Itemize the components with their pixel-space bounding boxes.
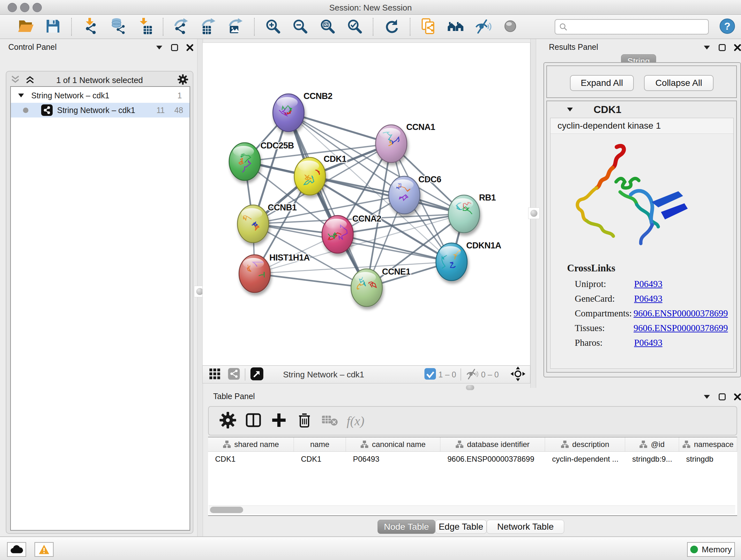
column-header-canonical-name[interactable]: canonical name	[346, 437, 441, 451]
node-CDK1[interactable]	[294, 158, 326, 195]
table-settings-gear-icon	[219, 412, 237, 430]
crosslink-link[interactable]: 9606.ENSP00000378699	[633, 323, 728, 333]
tree-collapse-caret-icon[interactable]	[18, 93, 24, 98]
zoom-fit-button[interactable]	[318, 17, 337, 37]
import-database-button[interactable]	[108, 17, 127, 37]
node-CCNA1[interactable]	[376, 125, 407, 163]
panel-menu-caret-icon[interactable]	[703, 44, 711, 52]
search-box	[555, 19, 709, 35]
column-tree-icon	[639, 440, 648, 449]
warnings-button[interactable]	[35, 542, 54, 557]
zoom-selected-button[interactable]	[345, 17, 364, 37]
node-CCNE1[interactable]	[351, 269, 382, 307]
hide-selected-button[interactable]	[474, 17, 493, 37]
network-tree-root-row[interactable]: String Network – cdk1 1	[11, 88, 190, 103]
column-header-name[interactable]: name	[294, 437, 346, 451]
import-network-button[interactable]	[80, 17, 99, 37]
open-file-button[interactable]	[16, 17, 36, 37]
expand-all-button[interactable]: Expand All	[570, 75, 634, 91]
column-header-namespace[interactable]: namespace	[679, 437, 737, 451]
crosslink-link[interactable]: 9606.ENSP00000378699	[633, 308, 728, 319]
column-header--id[interactable]: @id	[625, 437, 679, 451]
node-RB1[interactable]	[448, 195, 480, 233]
selected-count-checkbox-icon[interactable]	[424, 368, 436, 381]
tab-network-table[interactable]: Network Table	[487, 520, 564, 534]
search-input[interactable]	[570, 22, 709, 32]
column-header-database-identifier[interactable]: database identifier	[441, 437, 545, 451]
node-CDC25B[interactable]	[229, 143, 260, 180]
panel-float-icon[interactable]	[718, 44, 726, 52]
scrollbar-thumb[interactable]	[210, 507, 243, 513]
node-CCNB2[interactable]	[273, 94, 304, 132]
grid-view-icon[interactable]	[208, 367, 222, 382]
crosslink-link[interactable]: P06493	[634, 337, 663, 348]
column-header-shared-name[interactable]: shared name	[208, 437, 294, 451]
table-panel-controls	[703, 393, 741, 401]
panel-menu-caret-icon[interactable]	[703, 393, 711, 401]
refresh-view-button[interactable]	[382, 17, 401, 37]
export-table-button[interactable]	[199, 17, 218, 37]
panel-close-icon[interactable]	[186, 44, 194, 52]
memory-button[interactable]: Memory	[687, 542, 735, 557]
panel-close-icon[interactable]	[733, 44, 741, 52]
memory-label: Memory	[702, 545, 732, 555]
panel-menu-caret-icon[interactable]	[155, 44, 163, 52]
column-header-label: database identifier	[467, 440, 529, 449]
column-header-label: description	[572, 440, 609, 449]
table-row[interactable]: CDK1CDK1P064939606.ENSP00000378699cyclin…	[208, 452, 737, 466]
node-CCNB1[interactable]	[238, 205, 269, 243]
delete-table-button[interactable]	[320, 411, 340, 431]
first-neighbors-button[interactable]	[446, 17, 465, 37]
export-network-button[interactable]	[172, 17, 191, 37]
export-table-icon	[200, 17, 217, 36]
column-header-label: name	[310, 440, 329, 449]
crosslink-link[interactable]: P06493	[634, 279, 663, 289]
network-canvas[interactable]: CCNB2CCNA1CDC25BCDK1CDC6RB1CCNB1CCNA2CDK…	[202, 43, 530, 366]
new-network-from-selection-button[interactable]	[419, 17, 438, 37]
network-tree-child-row[interactable]: String Network – cdk1 11 48	[11, 103, 190, 118]
export-view-icon[interactable]	[250, 367, 264, 382]
node-CDKN1A[interactable]	[436, 243, 467, 281]
cloud-button[interactable]	[7, 542, 26, 557]
function-builder-button[interactable]: f(x)	[346, 411, 365, 431]
panel-float-icon[interactable]	[171, 44, 179, 52]
delete-table-icon	[321, 412, 339, 430]
tab-node-table[interactable]: Node Table	[378, 520, 435, 534]
column-header-description[interactable]: description	[545, 437, 625, 451]
panel-close-icon[interactable]	[733, 393, 741, 401]
zoom-out-button[interactable]	[291, 17, 310, 37]
title-bar: Session: New Session	[0, 0, 741, 15]
network-options-gear-icon[interactable]	[178, 74, 188, 86]
crosslink-row: Uniprot:P06493	[575, 276, 728, 291]
fit-content-crosshair-icon[interactable]	[510, 366, 526, 383]
hidden-count-eye-slash-icon[interactable]	[466, 368, 478, 381]
application-window: Session: New Session ? Control Panel Net…	[0, 0, 741, 560]
export-network-icon	[173, 17, 190, 36]
network-graph[interactable]: CCNB2CCNA1CDC25BCDK1CDC6RB1CCNB1CCNA2CDK…	[203, 43, 530, 365]
import-table-button[interactable]	[135, 17, 154, 37]
show-columns-button[interactable]	[244, 411, 263, 431]
table-settings-gear-button[interactable]	[218, 411, 238, 431]
string-network-icon	[41, 105, 53, 116]
help-button[interactable]: ?	[718, 17, 737, 37]
show-all-button[interactable]	[501, 17, 520, 37]
function-builder-icon: f(x)	[347, 414, 364, 428]
panel-float-icon[interactable]	[718, 393, 726, 401]
crosslink-link[interactable]: P06493	[634, 294, 663, 304]
zoom-in-button[interactable]	[263, 17, 282, 37]
delete-column-button[interactable]	[294, 411, 314, 431]
save-session-button[interactable]	[44, 17, 63, 37]
export-image-button[interactable]	[226, 17, 246, 37]
gene-section-caret-icon[interactable]	[567, 107, 573, 112]
import-network-icon	[81, 17, 98, 36]
node-HIST1H1A[interactable]	[239, 255, 270, 293]
node-CDC6[interactable]	[389, 176, 420, 214]
add-column-button[interactable]	[269, 411, 289, 431]
network-collection-label: String Network – cdk1	[31, 91, 110, 100]
birdseye-view-icon[interactable]	[227, 368, 240, 381]
tab-edge-table[interactable]: Edge Table	[435, 520, 487, 534]
column-tree-icon	[561, 440, 569, 449]
node-CCNA2[interactable]	[322, 215, 353, 253]
table-horizontal-scrollbar[interactable]	[209, 505, 735, 514]
collapse-all-button[interactable]: Collapse All	[644, 75, 714, 91]
